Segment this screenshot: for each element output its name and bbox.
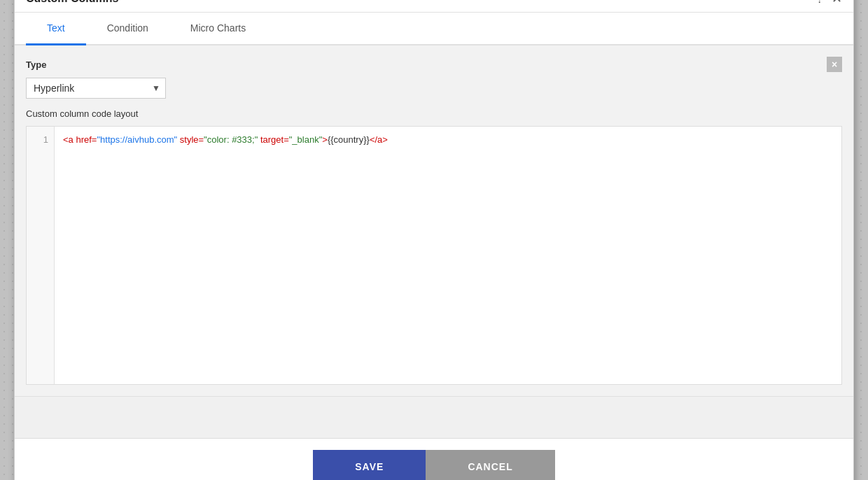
type-label: Type [26, 59, 46, 70]
tab-condition[interactable]: Condition [86, 13, 169, 45]
line-numbers: 1 [27, 127, 55, 384]
tab-micro-charts[interactable]: Micro Charts [169, 13, 267, 45]
code-content-area[interactable]: <a href="https://aivhub.com" style="colo… [55, 127, 841, 384]
code-tag-open: <a [63, 134, 76, 145]
code-template-var: {{country}} [328, 134, 370, 145]
cancel-button[interactable]: CANCEL [426, 450, 554, 480]
dialog-content: Type × Hyperlink Text Number Date ▼ Cust… [15, 45, 853, 396]
code-style-attr: style= [177, 134, 204, 145]
dialog-overlay: Custom Columns ? ✕ Text Condition Micro … [0, 0, 868, 480]
code-target-value: "_blank" [289, 134, 323, 145]
dialog-title: Custom Columns [26, 0, 118, 5]
code-href-attr: href= [76, 134, 97, 145]
code-editor[interactable]: 1 <a href="https://aivhub.com" style="co… [26, 126, 842, 385]
code-tag-close-bracket: > [322, 134, 328, 145]
close-icon[interactable]: ✕ [832, 0, 842, 5]
dialog-header: Custom Columns ? ✕ [15, 0, 853, 13]
type-section: Type × Hyperlink Text Number Date ▼ [26, 57, 842, 99]
code-target-attr: target= [258, 134, 288, 145]
type-select-wrapper: Hyperlink Text Number Date ▼ [26, 78, 166, 99]
type-select[interactable]: Hyperlink Text Number Date [26, 78, 166, 99]
tab-text[interactable]: Text [26, 13, 86, 45]
code-closing-tag: </a> [370, 134, 388, 145]
code-layout-label: Custom column code layout [26, 108, 842, 119]
help-icon[interactable]: ? [816, 0, 823, 5]
save-button[interactable]: SAVE [313, 450, 426, 480]
line-number-1: 1 [27, 132, 54, 148]
dialog-header-icons: ? ✕ [816, 0, 842, 5]
code-href-value: "https://aivhub.com" [97, 134, 177, 145]
tabs-bar: Text Condition Micro Charts [15, 13, 853, 45]
code-style-value: "color: #333;" [204, 134, 258, 145]
bottom-bar: SAVE CANCEL [15, 438, 853, 480]
type-header: Type × [26, 57, 842, 72]
dialog-footer-bar [15, 396, 853, 438]
custom-columns-dialog: Custom Columns ? ✕ Text Condition Micro … [14, 0, 854, 480]
type-close-button[interactable]: × [827, 57, 842, 72]
